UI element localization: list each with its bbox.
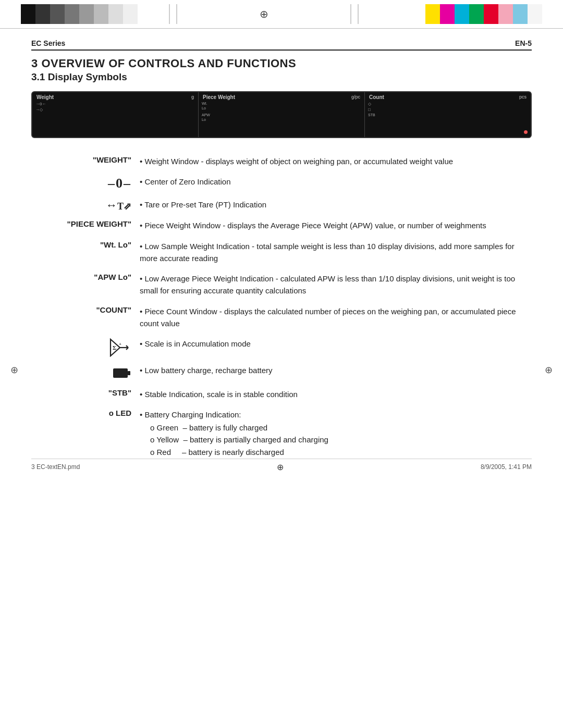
page-footer: 3 EC-textEN.pmd ⊕ 8/9/2005, 1:41 PM <box>31 459 532 472</box>
symbol-stb-desc: Stable Indication, scale is in stable co… <box>136 385 532 405</box>
footer-center: ⊕ <box>277 462 284 472</box>
vertical-lines-right <box>350 4 359 24</box>
panel-indicator-stb: STB <box>368 113 375 117</box>
symbol-row-battery: Low battery charge, recharge battery <box>31 361 532 385</box>
symbol-count-desc: Piece Count Window - displays the calcul… <box>136 302 532 335</box>
panel-indicator-zero: →0← <box>35 102 46 106</box>
color-swatch <box>123 4 138 24</box>
panel-indicator-wtlo2: Lo <box>202 106 210 110</box>
color-swatch <box>528 4 542 24</box>
symbol-row-accumulation: Σ + Scale is in Accumulation mode <box>31 334 532 361</box>
color-swatch <box>498 4 513 24</box>
vertical-lines-left <box>169 4 177 24</box>
svg-rect-7 <box>128 371 130 375</box>
panel-pw-indicators: Wt. Lo APW Lo <box>202 102 210 121</box>
panel-weight-label: Weight <box>36 94 194 100</box>
color-swatch <box>65 4 79 24</box>
symbol-row-piece-weight: "PIECE WEIGHT" Piece Weight Window - dis… <box>31 216 532 236</box>
panel-indicator-tare: →◇ <box>35 107 46 112</box>
symbol-row-apw-lo: "APW Lo" Low Average Piece Weight Indica… <box>31 269 532 302</box>
symbol-row-led: o LED Battery Charging Indication: o Gre… <box>31 405 532 462</box>
symbol-zero-desc: Center of Zero Indication <box>136 172 532 195</box>
panel-indicator-batt: □ <box>368 107 375 112</box>
symbol-pw-desc: Piece Weight Window - displays the Avera… <box>136 216 532 236</box>
color-swatch <box>484 4 498 24</box>
symbol-tare-label: ↔T⇗ <box>31 195 136 216</box>
footer-dot-icon: ⊕ <box>277 463 284 472</box>
chapter-title: 3 OVERVIEW OF CONTROLS AND FUNCTIONS <box>31 57 532 70</box>
footer-right: 8/9/2005, 1:41 PM <box>481 463 532 471</box>
panel-indicator-apwlo: APW <box>202 113 210 117</box>
symbol-stb-label: "STB" <box>31 385 136 405</box>
symbol-row-zero: –0– Center of Zero Indication <box>31 172 532 195</box>
color-swatch <box>35 4 50 24</box>
symbol-battery-desc: Low battery charge, recharge battery <box>136 361 532 385</box>
symbol-sigma-desc: Scale is in Accumulation mode <box>136 334 532 361</box>
symbol-zero-label: –0– <box>31 172 136 195</box>
symbol-pw-label: "PIECE WEIGHT" <box>31 216 136 236</box>
symbol-count-label: "COUNT" <box>31 302 136 335</box>
display-panel: Weight g →0← →◇ Piece Weight g/pc Wt. Lo… <box>31 91 532 138</box>
symbol-weight-label: "WEIGHT" <box>31 152 136 172</box>
panel-count-indicators: ◇ □ STB <box>368 102 375 117</box>
panel-weight-indicators: →0← →◇ <box>35 102 46 112</box>
panel-pw-label: Piece Weight <box>203 94 360 100</box>
symbol-row-weight: "WEIGHT" Weight Window - displays weight… <box>31 152 532 172</box>
panel-weight: Weight g →0← →◇ <box>32 92 199 137</box>
symbols-table: "WEIGHT" Weight Window - displays weight… <box>31 152 532 462</box>
symbol-wtlo-label: "Wt. Lo" <box>31 237 136 269</box>
panel-count: Count pcs ◇ □ STB <box>365 92 531 137</box>
series-label: EC Series <box>31 39 65 47</box>
symbol-apwlo-desc: Low Average Piece Weight Indication - ca… <box>136 269 532 302</box>
symbol-weight-desc: Weight Window - displays weight of objec… <box>136 152 532 172</box>
symbol-led-desc: Battery Charging Indication: o Green – b… <box>136 405 532 462</box>
panel-count-display <box>369 102 527 135</box>
led-details: o Green – battery is fully charged o Yel… <box>140 422 528 458</box>
symbol-row-count: "COUNT" Piece Count Window - displays th… <box>31 302 532 335</box>
svg-rect-6 <box>113 368 128 378</box>
symbol-wtlo-desc: Low Sample Weight Indication - total sam… <box>136 237 532 269</box>
panel-indicator-apwlo2: Lo <box>202 118 210 121</box>
color-swatch <box>455 4 469 24</box>
symbol-apwlo-label: "APW Lo" <box>31 269 136 302</box>
footer-left: 3 EC-textEN.pmd <box>31 463 80 471</box>
symbol-row-tare: ↔T⇗ Tare or Pre-set Tare (PT) Indication <box>31 195 532 216</box>
color-strip-right <box>425 4 542 24</box>
color-swatch <box>94 4 108 24</box>
color-swatch <box>79 4 94 24</box>
panel-pw-unit: g/pc <box>351 94 360 100</box>
panel-count-label: Count <box>369 94 527 100</box>
center-crosshair: ⊕ <box>260 8 268 20</box>
symbol-led-label: o LED <box>31 405 136 462</box>
color-swatch <box>50 4 65 24</box>
doc-header: EC Series EN-5 <box>31 39 532 51</box>
symbol-battery-label <box>31 361 136 385</box>
symbol-sigma-label: Σ + <box>31 334 136 361</box>
panel-indicator-wtlo: Wt. <box>202 102 210 105</box>
page-number: EN-5 <box>515 39 532 47</box>
symbol-row-stb: "STB" Stable Indication, scale is in sta… <box>31 385 532 405</box>
svg-text:+: + <box>119 341 121 347</box>
color-swatch <box>440 4 455 24</box>
color-swatch <box>513 4 528 24</box>
battery-icon <box>113 367 131 379</box>
panel-indicator-sigma: ◇ <box>368 102 375 106</box>
panel-weight-unit: g <box>191 94 194 100</box>
top-header: ⊕ <box>0 0 563 29</box>
color-swatch <box>469 4 484 24</box>
color-swatch <box>21 4 35 24</box>
panel-weight-display <box>36 102 194 135</box>
panel-pw-display <box>203 102 360 135</box>
color-swatch <box>108 4 123 24</box>
symbol-row-wt-lo: "Wt. Lo" Low Sample Weight Indication - … <box>31 237 532 269</box>
panel-piece-weight: Piece Weight g/pc Wt. Lo APW Lo <box>199 92 365 137</box>
panel-count-unit: pcs <box>519 94 527 100</box>
page-content: EC Series EN-5 3 OVERVIEW OF CONTROLS AN… <box>0 29 563 483</box>
symbol-tare-desc: Tare or Pre-set Tare (PT) Indication <box>136 195 532 216</box>
panel-led-dot <box>524 130 528 134</box>
color-strip-left <box>21 4 138 24</box>
svg-text:Σ: Σ <box>113 344 116 351</box>
color-swatch <box>425 4 440 24</box>
sigma-icon: Σ + <box>108 338 131 357</box>
section-title: 3.1 Display Symbols <box>31 71 532 83</box>
